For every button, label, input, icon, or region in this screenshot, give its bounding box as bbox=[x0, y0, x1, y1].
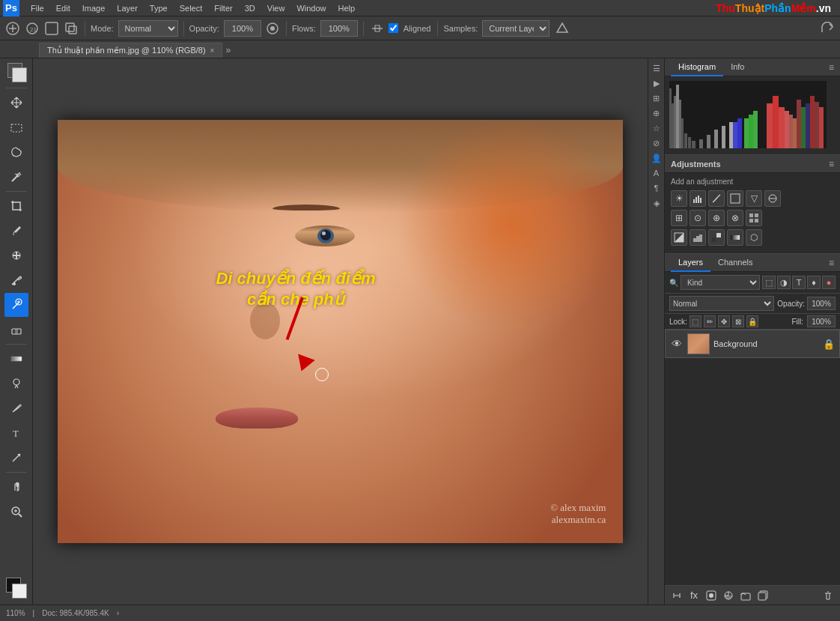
mode-select[interactable]: Normal bbox=[118, 20, 178, 37]
color-balance-btn[interactable]: ⊞ bbox=[671, 210, 687, 226]
new-layer-btn[interactable] bbox=[755, 588, 770, 603]
gradient-tool[interactable] bbox=[4, 347, 28, 371]
lock-transparent-icon[interactable]: ⬚ bbox=[690, 315, 701, 327]
text-tool[interactable]: T bbox=[4, 421, 28, 445]
menu-layer[interactable]: Layer bbox=[112, 2, 143, 14]
filter-off-icon[interactable]: ● bbox=[822, 276, 836, 289]
menu-image[interactable]: Image bbox=[77, 2, 111, 14]
layers-menu-button[interactable]: ≡ bbox=[829, 258, 834, 268]
blend-mode-select[interactable]: Normal bbox=[669, 296, 774, 311]
background-layer-row[interactable]: 👁 Background 🔒 bbox=[665, 330, 840, 358]
black-white-btn[interactable]: ⊙ bbox=[690, 210, 706, 226]
exposure-btn[interactable] bbox=[727, 190, 743, 207]
path-selection-tool[interactable] bbox=[4, 446, 28, 470]
clone-stamp-tool[interactable] bbox=[4, 293, 28, 317]
panel-toggle-9[interactable]: ¶ bbox=[650, 181, 663, 195]
lock-pixels-icon[interactable]: ✏ bbox=[704, 315, 716, 327]
flow-input[interactable] bbox=[320, 20, 358, 37]
panel-toggle-1[interactable]: ☰ bbox=[650, 61, 663, 75]
eyedropper-tool[interactable] bbox=[4, 219, 28, 243]
panel-toggle-6[interactable]: ⊘ bbox=[650, 136, 663, 150]
menu-file[interactable]: File bbox=[25, 2, 49, 14]
info-tab[interactable]: Info bbox=[723, 58, 752, 76]
histogram-menu-button[interactable]: ≡ bbox=[829, 62, 834, 73]
panel-toggle-2[interactable]: ▶ bbox=[650, 76, 663, 90]
panel-toggle-7[interactable]: 👤 bbox=[650, 151, 663, 165]
lasso-tool[interactable] bbox=[4, 140, 28, 164]
fill-value-input[interactable] bbox=[807, 315, 836, 327]
link-layers-btn[interactable] bbox=[669, 588, 684, 603]
filter-adjustment-icon[interactable]: ◑ bbox=[777, 276, 791, 289]
ignore-adj-icon[interactable] bbox=[554, 20, 570, 37]
curves-btn[interactable] bbox=[708, 190, 725, 207]
posterize-btn[interactable] bbox=[690, 229, 706, 246]
layer-style-btn[interactable]: fx bbox=[687, 588, 701, 603]
channel-mixer-btn[interactable]: ⊗ bbox=[727, 210, 743, 226]
filter-shape-icon[interactable]: ♦ bbox=[807, 276, 821, 289]
tool-preset-picker[interactable] bbox=[4, 20, 21, 37]
airbrush-icon[interactable] bbox=[264, 20, 281, 37]
status-arrow[interactable]: › bbox=[117, 609, 119, 617]
panel-toggle-10[interactable]: ◈ bbox=[650, 196, 663, 210]
hand-tool[interactable] bbox=[4, 475, 28, 499]
file-tab[interactable]: Thủ thuật phần mềm.jpg @ 110% (RGB/8) × bbox=[39, 43, 222, 58]
hue-saturation-btn[interactable] bbox=[764, 190, 781, 207]
layers-tab[interactable]: Layers bbox=[671, 254, 710, 272]
magic-wand-tool[interactable] bbox=[4, 165, 28, 189]
spot-healing-tool[interactable] bbox=[4, 243, 28, 267]
new-adjustment-btn[interactable] bbox=[721, 588, 736, 603]
close-tab-button[interactable]: × bbox=[210, 46, 215, 55]
levels-btn[interactable] bbox=[690, 190, 706, 207]
brush-tool[interactable] bbox=[4, 268, 28, 292]
menu-filter[interactable]: Filter bbox=[209, 2, 237, 14]
selective-color-btn[interactable]: ⬡ bbox=[746, 229, 762, 246]
menu-type[interactable]: Type bbox=[144, 2, 173, 14]
brush-size-icon[interactable]: 21 bbox=[24, 20, 40, 37]
vibrance-btn[interactable]: ▽ bbox=[746, 190, 762, 207]
filter-pixel-icon[interactable]: ⬚ bbox=[762, 276, 776, 289]
eraser-tool[interactable] bbox=[4, 318, 28, 342]
pen-tool[interactable] bbox=[4, 396, 28, 420]
layer-mask-btn[interactable] bbox=[704, 588, 719, 603]
aligned-checkbox[interactable] bbox=[389, 23, 398, 33]
menu-select[interactable]: Select bbox=[174, 2, 208, 14]
panel-toggle-3[interactable]: ⊞ bbox=[650, 91, 663, 105]
lock-artboard-icon[interactable]: ⊠ bbox=[732, 315, 744, 327]
photo-filter-btn[interactable]: ⊕ bbox=[708, 210, 725, 226]
opacity-input[interactable] bbox=[224, 20, 261, 37]
menu-edit[interactable]: Edit bbox=[51, 2, 76, 14]
menu-view[interactable]: View bbox=[262, 2, 290, 14]
lock-position-icon[interactable]: ✥ bbox=[718, 315, 730, 327]
share-icon[interactable] bbox=[819, 20, 836, 37]
new-group-btn[interactable] bbox=[738, 588, 753, 603]
brush-hardness-icon[interactable] bbox=[43, 20, 60, 37]
lock-all-icon[interactable]: 🔒 bbox=[746, 315, 758, 327]
crop-tool[interactable] bbox=[4, 194, 28, 218]
invert-btn[interactable] bbox=[671, 229, 687, 246]
color-swatches[interactable] bbox=[6, 578, 27, 599]
layers-kind-select[interactable]: Kind bbox=[681, 275, 760, 290]
align-icon[interactable] bbox=[369, 20, 386, 37]
marquee-tool[interactable] bbox=[4, 115, 28, 139]
menu-help[interactable]: Help bbox=[333, 2, 361, 14]
panel-toggle-5[interactable]: ☆ bbox=[650, 121, 663, 135]
canvas-image[interactable]: Di chuyển đến điểmcần che phủ © alex max… bbox=[58, 120, 623, 543]
menu-3d[interactable]: 3D bbox=[240, 2, 261, 14]
layer-visibility-icon[interactable]: 👁 bbox=[670, 337, 684, 351]
clone-options-icon[interactable] bbox=[63, 20, 79, 37]
channels-tab[interactable]: Channels bbox=[710, 254, 760, 272]
move-tool[interactable] bbox=[4, 91, 28, 115]
delete-layer-btn[interactable] bbox=[821, 588, 836, 603]
dodge-tool[interactable] bbox=[4, 372, 28, 396]
menu-window[interactable]: Window bbox=[291, 2, 331, 14]
sample-select[interactable]: Current Layer bbox=[482, 20, 550, 37]
color-lookup-btn[interactable] bbox=[746, 210, 762, 226]
adjustments-menu-button[interactable]: ≡ bbox=[829, 159, 834, 169]
panel-toggle-8[interactable]: A bbox=[650, 166, 663, 180]
histogram-tab[interactable]: Histogram bbox=[671, 58, 723, 76]
threshold-btn[interactable] bbox=[708, 229, 725, 246]
filter-type-icon[interactable]: T bbox=[792, 276, 806, 289]
zoom-tool[interactable] bbox=[4, 500, 28, 524]
brightness-contrast-btn[interactable]: ☀ bbox=[671, 190, 687, 207]
panel-toggle-4[interactable]: ⊕ bbox=[650, 106, 663, 120]
